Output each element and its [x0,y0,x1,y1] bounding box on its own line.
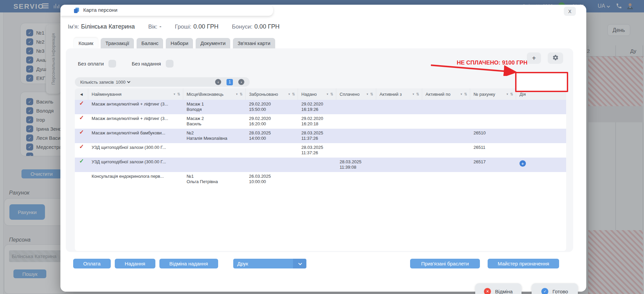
cell-active-to [422,158,470,172]
filter-checkbox[interactable] [166,60,174,68]
column-label: Активний по [426,92,450,97]
done-button[interactable]: ✓ Готово [532,283,578,294]
place-value: Масаж 1 [187,101,244,107]
current-page[interactable]: 1 [227,79,233,85]
person-info-row: Ім'я:Білінська Катерина Вік:- Гроші:0.00… [68,23,280,30]
cell-booked: 26.03.202510:00:00 [246,172,298,186]
tab-item[interactable]: Баланс [137,38,163,48]
cell-account: 26511 [470,143,516,158]
cell-action [516,114,566,129]
close-button[interactable]: X [564,7,576,16]
table-row[interactable]: ✓Масаж антицелюлітний + ліфтинг (3...Мас… [75,100,566,114]
column-header[interactable]: Заброньовано▼⇅ [246,88,298,100]
link-action-button[interactable]: Майстер призначення [488,259,559,268]
filter-icon[interactable]: ▼ [288,93,291,96]
column-header[interactable]: Активний по▼⇅ [422,88,470,100]
person-card-modal: Карта персони X Ім'я:Білінська Катерина … [60,5,586,292]
red-check-icon: ✓ [75,114,88,129]
executor-value: Василь [187,121,244,127]
date-value: 28.03.2025 [340,159,375,165]
sort-icon[interactable]: ⇅ [240,92,243,96]
column-header[interactable]: № рахунку▼⇅ [470,88,516,100]
table-row[interactable]: ✓УЗД щитоподібної залози (300.00 Г...28.… [75,143,566,158]
column-header[interactable]: Активний з▼⇅ [376,88,422,100]
executor-value: Ольга Петрівна [187,179,244,184]
column-label: Дія [519,92,526,97]
tab-item[interactable]: Транзакції [101,38,134,48]
place-value: №2 [187,130,244,136]
collapse-column-button[interactable]: ◀ [75,88,88,100]
person-name: Ім'я:Білінська Катерина [68,23,135,30]
records-count-dropdown[interactable]: Кількість записів 1000 [80,80,130,85]
cell-action: + [516,158,566,172]
filter-icon[interactable]: ▼ [460,93,463,96]
table-row[interactable]: ✓Масаж антицелюлітний + ліфтинг (3...Мас… [75,114,566,129]
sort-icon[interactable]: ⇅ [330,92,333,96]
date-value: 29.02.2020 [249,101,297,107]
tab-item[interactable]: Кошик [74,38,98,48]
cell-name: УЗД щитоподібної залози (300.00 Г... [88,158,183,172]
cancel-circle-icon: ✕ [484,288,491,294]
modal-title-bar: Карта персони [60,5,273,16]
filter-icon[interactable]: ▼ [173,93,176,96]
add-action-icon[interactable]: + [519,160,526,167]
table-row[interactable]: ✓УЗД щитоподібної залози (300.00 Г...28.… [75,158,566,172]
time-value: 16:20:00 [249,121,297,127]
cell-active-to [422,114,470,129]
filter-icon[interactable]: ▼ [236,93,238,96]
table-row[interactable]: Консультація ендокринолога перв...№1Ольг… [75,172,566,186]
table-toolbar: Кількість записів 1000 ‹ 1 › [75,77,250,87]
cell-place-executor [183,143,246,158]
cell-active-to [422,100,470,114]
sort-icon[interactable]: ⇅ [292,92,295,96]
cell-given: 28.03.202511:37:26 [298,129,336,143]
time-value: 11:39:08 [340,165,375,170]
cell-active-from [376,143,422,158]
annotation-arrow [428,61,526,76]
print-dropdown[interactable]: Друк [233,259,306,268]
table-header: ◀Найменування▼⇅Місце\Виконавець▼⇅Забронь… [75,88,566,100]
tab-item[interactable]: Документи [196,38,230,48]
sort-icon[interactable]: ⇅ [464,92,467,96]
person-age: Вік:- [148,23,161,30]
action-button[interactable]: Надання [115,259,155,268]
column-header[interactable]: Надано▼⇅ [298,88,336,100]
filter-checkbox[interactable] [108,60,116,68]
cell-active-from [376,158,422,172]
action-button[interactable]: Оплата [73,259,111,268]
link-action-button[interactable]: Прив'язані браслети [410,259,480,268]
cell-paid [336,100,376,114]
settings-button[interactable] [548,52,563,64]
tab-item[interactable]: Набори [166,38,193,48]
sort-icon[interactable]: ⇅ [177,92,180,96]
link-actions: Прив'язані браслетиМайстер призначення [410,259,559,268]
column-label: Надано [301,92,317,97]
tab-item[interactable]: Зв'язані карти [233,38,275,48]
table-row[interactable]: ✓Масаж антицелюлітний бамбукови...№2Ната… [75,129,566,143]
cell-account [470,172,516,186]
column-header[interactable]: Сплачено▼⇅ [336,88,376,100]
executor-value: Наталія Миколаївна [187,136,244,141]
add-item-button[interactable]: + [527,52,541,64]
cancel-button[interactable]: ✕ Відміна [475,283,522,294]
filter-icon[interactable]: ▼ [412,93,415,96]
sort-icon[interactable]: ⇅ [370,92,373,96]
action-button[interactable]: Відміна надання [159,259,218,268]
prev-page-button[interactable]: ‹ [215,79,221,85]
filter-icon[interactable]: ▼ [366,93,369,96]
date-value: 29.02.2020 [301,116,335,121]
filter-icon[interactable]: ▼ [326,93,329,96]
red-check-icon: ✓ [75,143,88,158]
column-label: Заброньовано [249,92,278,97]
green-check-icon: ✓ [75,158,88,172]
column-header[interactable]: Місце\Виконавець▼⇅ [183,88,246,100]
sort-icon[interactable]: ⇅ [416,92,419,96]
person-money: Гроші:0.00 ГРН [175,23,218,30]
cell-booked [246,158,298,172]
cell-place-executor: Масаж 1Володя [183,100,246,114]
column-header[interactable]: Найменування▼⇅ [88,88,183,100]
next-page-button[interactable]: › [238,79,244,85]
sort-icon[interactable]: ⇅ [510,92,513,96]
date-value: 28.03.2025 [301,145,335,150]
filter-icon[interactable]: ▼ [506,93,509,96]
